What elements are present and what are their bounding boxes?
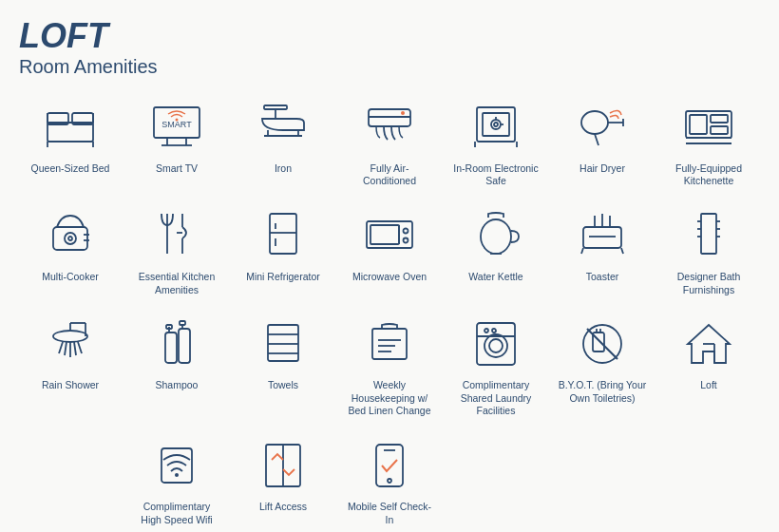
amenity-kitchenette-label: Fully-Equipped Kitchenette — [664, 162, 754, 188]
svg-rect-39 — [53, 227, 87, 250]
aircon-icon — [355, 95, 424, 157]
svg-rect-13 — [264, 105, 287, 109]
svg-line-63 — [581, 248, 583, 254]
amenity-kettle: Water Kettle — [445, 200, 547, 302]
svg-point-20 — [401, 111, 405, 115]
amenity-queen-bed-label: Queen-Sized Bed — [31, 162, 110, 176]
amenity-smart-tv: SMART Smart TV — [125, 91, 228, 194]
amenity-shower-label: Rain Shower — [42, 379, 99, 392]
amenity-air-con-label: Fully Air-Conditioned — [345, 162, 435, 188]
bed-icon — [36, 95, 104, 157]
svg-line-77 — [74, 342, 76, 355]
laundry-icon — [462, 312, 530, 373]
svg-point-73 — [53, 331, 87, 342]
amenity-iron-label: Iron — [275, 162, 292, 176]
amenity-microwave: Microwave Oven — [338, 200, 441, 302]
amenity-hair-dryer-label: Hair Dryer — [580, 162, 625, 176]
amenity-bath-label: Designer Bath Furnishings — [664, 271, 754, 296]
amenity-lift: Lift Access — [232, 429, 334, 532]
amenity-lift-label: Lift Access — [259, 501, 307, 514]
amenity-checkin: Mobile Self Check-In — [338, 429, 441, 532]
svg-rect-88 — [268, 325, 298, 361]
multicooker-icon — [36, 203, 104, 265]
amenity-multi-cooker-label: Multi-Cooker — [42, 271, 99, 284]
amenity-toaster: Toaster — [551, 200, 654, 302]
amenity-bath: Designer Bath Furnishings — [657, 200, 760, 302]
amenity-towels: Towels — [232, 308, 334, 424]
svg-rect-66 — [701, 214, 716, 254]
tv-icon: SMART — [142, 95, 211, 157]
amenity-multi-cooker: Multi-Cooker — [19, 200, 122, 302]
svg-point-40 — [65, 233, 76, 244]
amenity-kitchenette: Fully-Equipped Kitchenette — [657, 91, 760, 194]
kitchen-icon — [674, 95, 743, 157]
svg-point-54 — [404, 229, 408, 234]
svg-rect-110 — [162, 448, 192, 483]
amenity-shampoo: Shampoo — [125, 308, 228, 424]
svg-rect-36 — [711, 126, 728, 134]
svg-point-29 — [581, 111, 608, 134]
amenity-housekeeping: Weekly Housekeeping w/ Bed Linen Change — [338, 308, 441, 424]
amenity-checkin-label: Mobile Self Check-In — [345, 501, 435, 526]
svg-rect-22 — [483, 113, 509, 136]
svg-rect-83 — [179, 329, 190, 363]
amenity-kettle-label: Water Kettle — [468, 271, 522, 284]
safe-icon — [462, 95, 530, 157]
svg-rect-0 — [48, 123, 93, 142]
svg-rect-34 — [690, 115, 707, 134]
fridge-icon — [249, 203, 317, 265]
svg-text:SMART: SMART — [162, 120, 192, 129]
amenity-byot-label: B.Y.O.T. (Bring Your Own Toiletries) — [558, 379, 648, 405]
svg-point-57 — [481, 219, 511, 254]
amenity-smart-tv-label: Smart TV — [156, 162, 198, 176]
amenity-toaster-label: Toaster — [586, 271, 618, 284]
amenity-queen-bed: Queen-Sized Bed — [19, 91, 122, 194]
svg-rect-87 — [180, 321, 185, 325]
svg-point-97 — [484, 334, 507, 357]
amenity-laundry: Complimentary Shared Laundry Facilities — [445, 308, 547, 424]
bath-icon — [674, 203, 743, 265]
amenity-wifi-label: Complimentary High Speed Wifi — [132, 501, 222, 526]
amenity-loft: Loft — [657, 308, 760, 424]
amenity-laundry-label: Complimentary Shared Laundry Facilities — [451, 379, 542, 418]
page-title-loft: LOFT — [19, 17, 760, 55]
toaster-icon — [568, 203, 636, 265]
amenity-byot: B.Y.O.T. (Bring Your Own Toiletries) — [551, 308, 654, 424]
svg-point-100 — [484, 329, 488, 332]
svg-point-111 — [175, 473, 179, 477]
amenity-housekeeping-label: Weekly Housekeeping w/ Bed Linen Change — [345, 379, 435, 418]
title-block: LOFT Room Amenities — [19, 17, 760, 78]
amenity-shampoo-label: Shampoo — [156, 379, 199, 392]
kettle-icon — [462, 203, 530, 265]
svg-point-101 — [492, 329, 496, 332]
svg-rect-53 — [370, 225, 399, 244]
page-title-sub: Room Amenities — [19, 55, 760, 78]
amenity-wifi: Complimentary High Speed Wifi — [125, 429, 228, 532]
svg-point-116 — [388, 479, 391, 483]
towels-icon — [249, 312, 317, 373]
amenity-mini-fridge: Mini Refrigerator — [232, 200, 334, 302]
shampoo-icon — [142, 312, 211, 373]
wifi-icon — [142, 433, 211, 495]
amenity-kitchen-amenities-label: Essential Kitchen Amenities — [132, 271, 222, 296]
hairdryer-icon — [568, 95, 636, 157]
amenity-shower: Rain Shower — [19, 308, 122, 424]
amenity-safe: In-Room Electronic Safe — [445, 91, 547, 194]
svg-rect-92 — [372, 329, 407, 359]
byot-icon — [568, 312, 636, 373]
svg-point-41 — [68, 237, 72, 240]
svg-point-23 — [491, 120, 501, 129]
amenity-loft-label: Loft — [700, 379, 717, 392]
svg-rect-59 — [583, 227, 621, 248]
svg-line-32 — [595, 134, 598, 145]
amenity-safe-label: In-Room Electronic Safe — [451, 162, 542, 188]
svg-point-55 — [404, 238, 408, 243]
amenity-hair-dryer: Hair Dryer — [551, 91, 654, 194]
amenity-kitchen-amenities: Essential Kitchen Amenities — [125, 200, 228, 302]
svg-rect-82 — [165, 332, 177, 363]
kitamenities-icon — [142, 203, 211, 265]
amenity-towels-label: Towels — [268, 379, 298, 392]
lift-icon — [249, 433, 317, 495]
page: LOFT Room Amenities Queen-Sized Bed — [0, 0, 779, 532]
loft-icon — [674, 312, 743, 373]
